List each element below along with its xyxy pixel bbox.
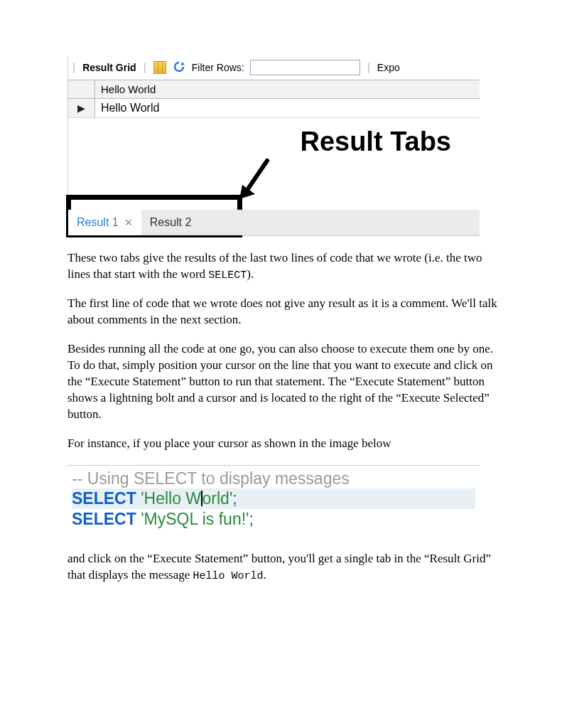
cell-value: Hello World (95, 99, 480, 117)
result-grid-body: Result Tabs Result 1 ✕ Result 2 (68, 118, 480, 235)
string-literal: orld' (202, 489, 233, 508)
result-tabs-annotation: Result Tabs (300, 127, 451, 157)
paragraph: For instance, if you place your cursor a… (67, 436, 498, 452)
string-literal: 'Hello W (141, 489, 201, 508)
toolbar-separator: | (142, 61, 148, 74)
tab-label: Result 2 (150, 216, 192, 229)
refresh-icon[interactable] (172, 60, 186, 75)
text: ). (247, 267, 254, 281)
inline-code: SELECT (208, 269, 247, 282)
result-grid-screenshot: | Result Grid | Filter Rows: | Expo Hell… (67, 57, 480, 236)
paragraph: Besides running all the code at one go, … (67, 341, 498, 423)
document-page: | Result Grid | Filter Rows: | Expo Hell… (0, 0, 562, 728)
tab-result-1[interactable]: Result 1 ✕ (68, 210, 141, 235)
inline-code: Hello World (193, 570, 264, 582)
arrow-annotation-icon (235, 155, 278, 205)
tab-label: Result 1 (77, 216, 119, 229)
keyword: SELECT (72, 510, 136, 528)
paragraph: These two tabs give the results of the l… (67, 250, 498, 283)
text: . (264, 568, 266, 582)
text: and click on the “Execute Statement” but… (67, 552, 491, 582)
filter-rows-input[interactable] (250, 60, 360, 75)
current-row-indicator: ▶ (68, 99, 95, 117)
keyword: SELECT (72, 489, 136, 508)
table-row: ▶ Hello World (68, 99, 480, 118)
row-header-empty (68, 80, 95, 98)
result-tabs-bar: Result 1 ✕ Result 2 (68, 210, 480, 235)
semicolon: ; (249, 510, 254, 528)
close-icon[interactable]: ✕ (124, 217, 133, 228)
toolbar-separator: | (71, 61, 77, 74)
code-line-1: SELECT 'Hello World'; (72, 488, 475, 509)
result-grid-toolbar: | Result Grid | Filter Rows: | Expo (68, 57, 480, 80)
filter-rows-label: Filter Rows: (192, 62, 244, 73)
paragraph: and click on the “Execute Statement” but… (67, 551, 498, 584)
svg-marker-0 (181, 62, 185, 65)
tab-result-2[interactable]: Result 2 (141, 210, 200, 235)
column-header: Hello World (95, 80, 480, 98)
string-literal: 'MySQL is fun!' (141, 510, 249, 528)
semicolon: ; (232, 489, 237, 508)
paragraph: The first line of code that we wrote doe… (67, 296, 498, 328)
code-editor-screenshot: -- Using SELECT to display messages SELE… (67, 465, 480, 535)
text: These two tabs give the results of the l… (67, 251, 482, 281)
result-grid-label: Result Grid (82, 62, 136, 73)
export-label[interactable]: Expo (377, 62, 400, 73)
code-line-2: SELECT 'MySQL is fun!'; (72, 509, 475, 530)
result-grid-header: Hello World (68, 80, 480, 99)
toolbar-separator: | (366, 61, 372, 74)
grid-view-icon[interactable] (153, 61, 166, 74)
code-comment-line: -- Using SELECT to display messages (72, 469, 475, 489)
